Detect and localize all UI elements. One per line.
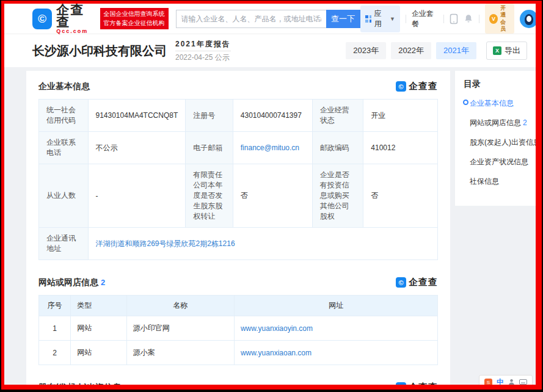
field-label: 企业经营状态 — [312, 100, 363, 132]
vip-crown-icon: V — [489, 14, 498, 24]
field-value: 430104000741397 — [233, 100, 312, 132]
qcc-watermark-icon: © — [396, 81, 406, 92]
field-value: finance@mituo.cn — [233, 132, 312, 164]
field-label: 从业人数 — [39, 164, 89, 228]
toc-title: 目录 — [464, 79, 532, 90]
toc-item-basic-info[interactable]: 企业基本信息 — [470, 98, 532, 109]
section-title-basic-info: 企业基本信息 — [38, 81, 90, 92]
screenshot-frame: © 企查查 Qcc.com 全国企业信用查询系统 官方备案企业征信机构 查一下 … — [1, 1, 542, 390]
divider — [406, 15, 406, 23]
year-tab-2021[interactable]: 2021年 — [436, 42, 476, 59]
field-value: 否 — [233, 164, 312, 228]
year-tabs: 2023年 2022年 2021年 X 导出 — [346, 42, 527, 60]
col-header: 类型 — [71, 296, 126, 316]
website-url-link[interactable]: www.yuanxiaoan.com — [241, 349, 312, 357]
col-header: 序号 — [39, 296, 71, 316]
address-link[interactable]: 洋湖街道和顺路269号绿景欣苑2期2栋1216 — [96, 239, 235, 248]
report-main-card: 企业基本信息 © 企查查 统一社会信用代码 91430104MA4TCCNQ8T… — [26, 71, 450, 385]
apps-menu-button[interactable]: 应用 ▼ — [360, 5, 400, 32]
vip-upgrade-button[interactable]: V 开通 会员 — [485, 4, 514, 34]
export-button[interactable]: X 导出 — [486, 42, 527, 60]
qcc-logo[interactable]: © 企查查 Qcc.com — [32, 4, 97, 34]
qcc-watermark: © 企查查 — [396, 382, 438, 390]
section-title-shareholders: 股东(发起人)出资信息 — [38, 382, 121, 390]
toc-sidebar: 目录 企业基本信息 网站或网店信息2 股东(发起人)出资信息2 企业资产状况信息… — [455, 71, 536, 206]
search-button[interactable]: 查一下 — [326, 10, 360, 28]
field-value: - — [88, 164, 186, 228]
qcc-watermark-icon: © — [396, 382, 406, 390]
chevron-down-icon: ▼ — [390, 16, 395, 22]
search-input[interactable] — [176, 10, 326, 28]
field-label: 有限责任公司本年度是否发生股东股权转让 — [186, 164, 233, 228]
divider — [479, 15, 479, 23]
toc-item-social-security[interactable]: 社保信息 — [470, 176, 532, 187]
col-header: 名称 — [126, 296, 234, 316]
person-icon[interactable] — [508, 379, 515, 387]
website-url-link[interactable]: www.yuanxiaoyin.com — [241, 324, 313, 333]
field-label: 电子邮箱 — [186, 132, 233, 164]
top-header: © 企查查 Qcc.com 全国企业信用查询系统 官方备案企业征信机构 查一下 … — [4, 4, 536, 34]
field-value: 开业 — [363, 100, 438, 132]
field-label: 企业通讯地址 — [39, 228, 89, 260]
brand-name: 企查查 — [56, 4, 96, 28]
section-title-website-info: 网站或网店信息 — [38, 277, 98, 288]
ime-toolbar[interactable]: S 中 — [479, 375, 533, 390]
qcc-watermark: © 企查查 — [396, 277, 438, 288]
search-bar: 查一下 — [176, 10, 360, 28]
basic-info-table: 统一社会信用代码 91430104MA4TCCNQ8T 注册号 43010400… — [38, 99, 438, 260]
website-count-badge: 2 — [101, 278, 105, 287]
enterprise-package-link[interactable]: 企业套餐 — [412, 9, 438, 29]
field-label: 企业是否有投资信息或购买其他公司股权 — [312, 164, 363, 228]
qcc-watermark: © 企查查 — [396, 81, 438, 92]
notification-bell-icon[interactable] — [464, 13, 473, 24]
ime-logo-icon: S — [484, 379, 492, 387]
toc-item-shareholders[interactable]: 股东(发起人)出资信息2 — [470, 137, 532, 148]
year-tab-2023[interactable]: 2023年 — [346, 42, 386, 59]
table-row: 1 网站 源小印官网 www.yuanxiaoyin.com — [39, 316, 438, 341]
ime-mode-indicator[interactable]: 中 — [497, 377, 504, 388]
field-value: 不公示 — [88, 132, 186, 164]
qcc-watermark-icon: © — [396, 277, 406, 288]
publish-date: 2022-04-25 公示 — [175, 51, 231, 63]
divider — [443, 15, 444, 23]
brand-domain: Qcc.com — [56, 28, 96, 34]
certification-badge: 全国企业信用查询系统 官方备案企业征信机构 — [100, 8, 169, 29]
grid-icon — [365, 15, 371, 23]
website-table: 序号 类型 名称 网址 1 网站 源小印官网 www.yuanxiaoyin.c… — [38, 295, 438, 365]
email-link[interactable]: finance@mituo.cn — [241, 143, 299, 152]
year-tab-2022[interactable]: 2022年 — [391, 42, 431, 59]
field-label: 企业联系电话 — [39, 132, 89, 164]
field-label: 统一社会信用代码 — [39, 100, 89, 132]
field-label: 邮政编码 — [312, 132, 363, 164]
report-year-title: 2021年度报告 — [175, 39, 231, 51]
mobile-app-icon[interactable] — [450, 13, 458, 24]
toc-item-website-info[interactable]: 网站或网店信息2 — [470, 118, 532, 128]
field-value: 91430104MA4TCCNQ8T — [88, 100, 186, 132]
company-name: 长沙源小印科技有限公司 — [32, 43, 167, 59]
field-value: 410012 — [363, 132, 438, 164]
toc-item-assets[interactable]: 企业资产状况信息 — [470, 157, 532, 167]
excel-icon: X — [493, 46, 501, 55]
field-value: 洋湖街道和顺路269号绿景欣苑2期2栋1216 — [88, 228, 438, 260]
table-row: 2 网站 源小案 www.yuanxiaoan.com — [39, 341, 438, 365]
user-avatar[interactable] — [520, 10, 538, 28]
report-title-bar: 长沙源小印科技有限公司 2021年度报告 2022-04-25 公示 2023年… — [4, 34, 536, 67]
keyboard-icon[interactable] — [519, 379, 527, 386]
field-value: 否 — [363, 164, 438, 228]
qcc-logo-icon: © — [32, 9, 52, 29]
shareholders-count-badge: 2 — [123, 383, 128, 390]
col-header: 网址 — [234, 296, 437, 316]
field-label: 注册号 — [186, 100, 233, 132]
